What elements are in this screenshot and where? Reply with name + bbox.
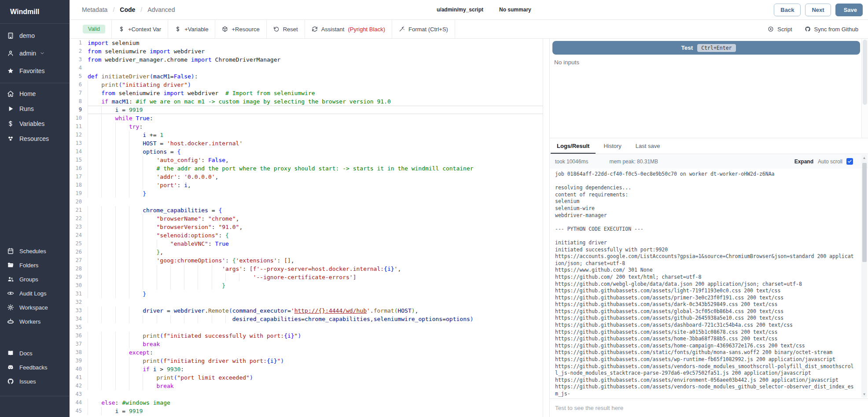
sidebar-item-favorites[interactable]: Favorites	[0, 62, 70, 80]
code-line[interactable]: 44else: #windows image	[70, 399, 543, 407]
windmill-logo[interactable]: Windmill	[0, 0, 70, 24]
code-line[interactable]: 29'--ignore-certificate-errors']	[70, 273, 543, 281]
code-line[interactable]: 6print("initiating driver")	[70, 81, 543, 89]
autoscroll-checkbox[interactable]	[846, 158, 853, 165]
sidebar-item-docs[interactable]: Docs	[0, 346, 70, 360]
code-line[interactable]: 18'port': i,	[70, 181, 543, 189]
code-editor[interactable]: 1import selenium2from seleniumwire impor…	[70, 39, 543, 417]
code-line[interactable]: 7from seleniumwire import webdriver # Im…	[70, 89, 543, 97]
code-line[interactable]: 21chrome_capabilities = {	[70, 206, 543, 214]
dollar-icon	[118, 26, 125, 32]
next-button[interactable]: Next	[805, 4, 831, 16]
reset-button[interactable]: Reset	[267, 20, 305, 38]
code-line[interactable]: 8if macM1: #if we are on mac m1 -> custo…	[70, 97, 543, 106]
code-line[interactable]: 22"browserName": "chrome",	[70, 214, 543, 223]
code-line[interactable]: 13HOST = 'host.docker.internal'	[70, 139, 543, 148]
scroll-up-icon[interactable]: ▲	[863, 155, 866, 161]
code-line[interactable]: 19}	[70, 189, 543, 198]
logs-scrollbar-track[interactable]	[861, 161, 867, 391]
logs-scrollbar[interactable]: ▲ ▼	[861, 155, 867, 398]
code-line[interactable]: 39print(f"initiating driver with port:{i…	[70, 357, 543, 365]
sidebar-item-resources[interactable]: Resources	[0, 131, 70, 146]
logs-scrollbar-thumb[interactable]	[862, 163, 867, 262]
code-line[interactable]: 33driver = webdriver.Remote(command_exec…	[70, 306, 543, 315]
code-line[interactable]: 26},	[70, 248, 543, 256]
sidebar-item-workspace[interactable]: Workspace	[0, 300, 70, 314]
code-line[interactable]: 31}	[70, 290, 543, 298]
code-line[interactable]: 25"enableVNC": True	[70, 240, 543, 248]
resource-button[interactable]: +Resource	[215, 20, 266, 38]
script-summary-edit[interactable]: No summary	[497, 7, 531, 13]
back-button[interactable]: Back	[774, 4, 801, 16]
code-line[interactable]: 27'goog:chromeOptions': {'extensions': […	[70, 256, 543, 265]
sync-from-github-button[interactable]: Sync from Github	[805, 26, 858, 33]
code-line[interactable]: 37break	[70, 340, 543, 348]
code-line[interactable]: 12i += 1	[70, 131, 543, 139]
log-output[interactable]: job 01864aff-22dd-cf40-f0c5-0ec8e9b50c70…	[550, 169, 868, 399]
code-line[interactable]: 16# the addr and the port where the prox…	[70, 164, 543, 173]
code-line[interactable]: 9i = 9919	[70, 106, 543, 114]
code-line[interactable]: 32	[70, 298, 543, 306]
tab-history[interactable]: History	[597, 138, 627, 154]
sidebar-item-schedules[interactable]: Schedules	[0, 244, 70, 258]
sidebar-item-variables[interactable]: Variables	[0, 116, 70, 131]
sidebar-item-groups[interactable]: Groups	[0, 272, 70, 286]
format-ctrl-s-button[interactable]: Format (Ctrl+S)	[392, 20, 455, 38]
sidebar-item-folders[interactable]: Folders	[0, 258, 70, 272]
inputs-scrollbar-thumb[interactable]	[863, 40, 867, 105]
sidebar-item-issues[interactable]: Issues	[0, 374, 70, 388]
sidebar-item-admin[interactable]: admin	[0, 44, 70, 62]
variable-button[interactable]: +Variable	[168, 20, 215, 38]
save-button[interactable]: Save	[835, 4, 863, 16]
code-line[interactable]: 34desired_capabilities=chrome_capabiliti…	[70, 315, 543, 323]
sidebar-item-demo[interactable]: demo	[0, 27, 70, 44]
code-line[interactable]: 30}	[70, 281, 543, 290]
script-path-edit[interactable]: u/admin/my_script	[434, 7, 483, 13]
sidebar-item-label: Workers	[19, 318, 40, 325]
sidebar-item-feedbacks[interactable]: Feedbacks	[0, 360, 70, 374]
assistant-button[interactable]: Assistant(Pyright Black)	[305, 20, 392, 38]
expand-button[interactable]: Expand	[794, 159, 813, 165]
code-line[interactable]: 45i = 9919	[70, 407, 543, 415]
code-line[interactable]: 14options = {	[70, 148, 543, 156]
code-line[interactable]: 11try:	[70, 122, 543, 131]
code-line[interactable]: 24"selenoid:options": {	[70, 231, 543, 240]
code-line[interactable]: 3from webdriver_manager.chrome import Ch…	[70, 55, 543, 64]
code-line[interactable]: 17'addr': '0.0.0.0',	[70, 173, 543, 181]
script-button[interactable]: Script	[768, 26, 792, 33]
code-line[interactable]: 36print(f"initiated successfully with po…	[70, 332, 543, 340]
code-line[interactable]: 28'args': [f'--proxy-server=host.docker.…	[70, 265, 543, 273]
panel-splitter[interactable]	[543, 39, 550, 417]
code-line[interactable]: 42break	[70, 382, 543, 390]
sidebar-item-home[interactable]: Home	[0, 86, 70, 101]
sidebar-item-audit-logs[interactable]: Audit Logs	[0, 286, 70, 300]
sidebar-main-nav: HomeRunsVariablesResources	[0, 83, 70, 149]
code-line[interactable]: 4	[70, 64, 543, 72]
code-line[interactable]: 23"browserVersion": "91.0",	[70, 223, 543, 231]
inputs-scrollbar[interactable]	[861, 39, 868, 138]
code-line[interactable]: 5def initiateDriver(macM1=False):	[70, 72, 543, 81]
sidebar-item-workers[interactable]: Workers	[0, 314, 70, 328]
tab-last-save[interactable]: Last save	[629, 138, 666, 154]
code-line[interactable]: 15'auto_config': False,	[70, 156, 543, 164]
test-button[interactable]: Test Ctrl+Enter	[552, 41, 860, 55]
code-line[interactable]: 20	[70, 198, 543, 206]
code-line[interactable]: 10while True:	[70, 114, 543, 122]
code-line[interactable]: 2from seleniumwire import webdriver	[70, 47, 543, 55]
code-line[interactable]: 41print("port limit exceeded")	[70, 373, 543, 382]
tab-code[interactable]: Code	[120, 6, 135, 13]
code-line[interactable]: 40if i > 9930:	[70, 365, 543, 373]
tab-advanced[interactable]: Advanced	[147, 6, 175, 13]
code-text: options = {	[88, 148, 543, 156]
code-line[interactable]: 43	[70, 390, 543, 399]
sidebar-item-runs[interactable]: Runs	[0, 101, 70, 116]
code-line[interactable]: 35	[70, 323, 543, 332]
tab-metadata[interactable]: Metadata	[82, 6, 107, 13]
code-line[interactable]: 38except:	[70, 348, 543, 357]
sidebar-collapse-button[interactable]	[0, 396, 70, 417]
code-line[interactable]: 1import selenium	[70, 39, 543, 47]
context-var-button[interactable]: +Context Var	[112, 20, 168, 38]
tab-logs-result[interactable]: Logs/Result	[551, 138, 596, 154]
code-text: "selenoid:options": {	[88, 231, 543, 240]
scroll-down-icon[interactable]: ▼	[863, 391, 866, 398]
